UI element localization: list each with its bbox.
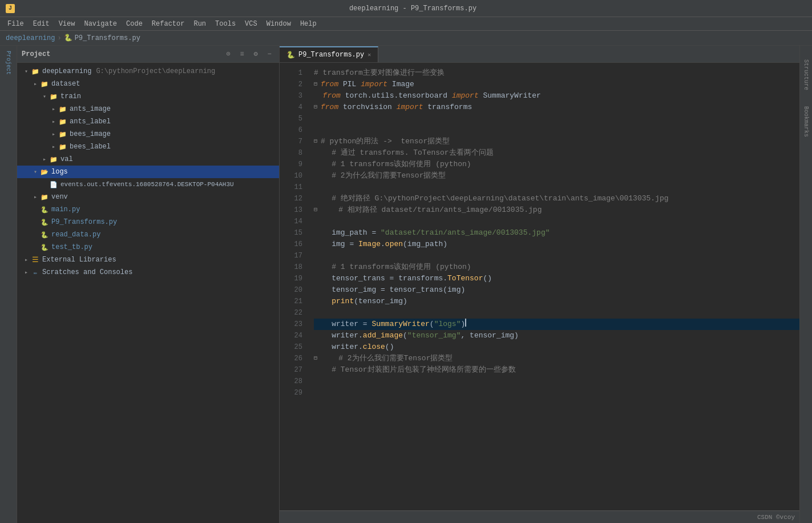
- menu-item-file[interactable]: File: [3, 19, 29, 29]
- code-line-9: # 1 transforms该如何使用 (python): [314, 159, 799, 170]
- tree-arrow-dataset: ▸: [31, 79, 40, 88]
- structure-tab[interactable]: Structure: [802, 57, 810, 92]
- project-panel: Project ⊙ ≡ ⚙ − ▾ 📁 deepLearning G:\pyth…: [17, 46, 280, 523]
- folder-icon-venv: 📁: [40, 192, 49, 202]
- tree-item-p9-py[interactable]: 🐍 P9_Transforms.py: [17, 216, 279, 228]
- tab-icon: 🐍: [286, 51, 295, 59]
- minimize-icon[interactable]: −: [264, 49, 274, 59]
- py-icon-readdata: 🐍: [40, 230, 49, 239]
- tree-item-venv[interactable]: ▸ 📁 venv: [17, 191, 279, 203]
- sidebar-strip: Project: [0, 46, 17, 523]
- menu-item-view[interactable]: View: [54, 19, 80, 29]
- menu-bar: FileEditViewNavigateCodeRefactorRunTools…: [0, 17, 812, 31]
- tree-item-scratches[interactable]: ▸ ✏ Scratches and Consoles: [17, 266, 279, 279]
- folder-icon-dataset: 📁: [40, 79, 49, 88]
- tree-arrow-val: ▸: [40, 155, 49, 164]
- menu-item-run[interactable]: Run: [189, 19, 211, 29]
- tab-close-icon[interactable]: ✕: [367, 51, 371, 58]
- code-line-3: from torch.utils.tensorboard import Summ…: [314, 90, 799, 102]
- code-line-28: [314, 376, 799, 387]
- gear-icon[interactable]: ⚙: [251, 49, 261, 59]
- py-icon-main: 🐍: [40, 205, 49, 214]
- code-line-17: [314, 250, 799, 262]
- editor-area: 🐍 P9_Transforms.py ✕ 1 2 3 4 5 6 7 8 9 1…: [280, 46, 799, 523]
- code-line-14: [314, 216, 799, 227]
- folder-icon-val: 📁: [49, 155, 58, 164]
- code-line-6: [314, 124, 799, 136]
- code-editor[interactable]: # transform主要对图像进行一些变换 ⊟ from PIL import…: [308, 63, 799, 510]
- breadcrumb-project[interactable]: deeplearning: [6, 34, 55, 42]
- menu-item-vcs[interactable]: VCS: [240, 19, 262, 29]
- code-line-24: writer. add_image ( "tensor_img" , tenso…: [314, 330, 799, 341]
- py-icon-p9: 🐍: [40, 218, 49, 227]
- status-right: CSDN ©vcoy: [757, 514, 795, 521]
- code-line-23: writer = SummaryWriter ( "logs" ): [314, 319, 799, 330]
- code-line-19: tensor_trans = transforms. ToTensor (): [314, 273, 799, 284]
- bookmarks-tab[interactable]: Bookmarks: [802, 104, 810, 139]
- editor-tab-p9[interactable]: 🐍 P9_Transforms.py ✕: [280, 46, 378, 62]
- tree-item-val[interactable]: ▸ 📁 val: [17, 153, 279, 166]
- code-line-2: ⊟ from PIL import Image: [314, 79, 799, 90]
- tree-arrow-extlib: ▸: [22, 255, 31, 264]
- code-line-12: # 绝对路径 G:\pythonProject\deepLearning\dat…: [314, 193, 799, 204]
- scratches-label: Scratches and Consoles: [42, 268, 132, 276]
- py-icon-testtb: 🐍: [40, 243, 49, 252]
- code-line-1: # transform主要对图像进行一些变换: [314, 67, 799, 79]
- folder-icon-ants-image: 📁: [58, 104, 67, 114]
- folder-icon-logs: 📂: [40, 167, 49, 176]
- file-icon-events: 📄: [49, 180, 58, 189]
- extlib-icon: ☰: [31, 255, 40, 264]
- tree-item-train[interactable]: ▾ 📁 train: [17, 90, 279, 103]
- code-line-10: # 2为什么我们需要Tensor据类型: [314, 170, 799, 182]
- tree-arrow-deeplearning: ▾: [22, 67, 31, 76]
- line-numbers: 1 2 3 4 5 6 7 8 9 10 11 12 13 14 15 16 1…: [280, 63, 308, 510]
- folder-icon-bees-image: 📁: [58, 130, 67, 139]
- tree-item-dataset[interactable]: ▸ 📁 dataset: [17, 78, 279, 90]
- code-line-21: print (tensor_img): [314, 296, 799, 307]
- tree-item-deeplearning[interactable]: ▾ 📁 deepLearning G:\pythonProject\deepLe…: [17, 65, 279, 78]
- tab-filename: P9_Transforms.py: [298, 51, 364, 59]
- project-header-title: Project: [22, 50, 220, 58]
- tree-item-read-data-py[interactable]: 🐍 read_data.py: [17, 228, 279, 241]
- code-line-22: [314, 307, 799, 319]
- tree-item-events[interactable]: 📄 events.out.tfevents.1680528764.DESKTOP…: [17, 178, 279, 191]
- tree-item-ext-lib[interactable]: ▸ ☰ External Libraries: [17, 254, 279, 266]
- tree-item-logs[interactable]: ▾ 📂 logs: [17, 166, 279, 178]
- editor-content: 1 2 3 4 5 6 7 8 9 10 11 12 13 14 15 16 1…: [280, 63, 799, 510]
- locate-icon[interactable]: ⊙: [223, 49, 233, 59]
- tree-arrow-logs: ▾: [31, 167, 40, 176]
- menu-item-refactor[interactable]: Refactor: [147, 19, 189, 29]
- menu-item-window[interactable]: Window: [262, 19, 296, 29]
- tree-arrow-scratches: ▸: [22, 268, 31, 277]
- code-line-26: ⊟ # 2为什么我们需要Tensor据类型: [314, 353, 799, 364]
- tree-item-ants-label[interactable]: ▸ 📁 ants_label: [17, 115, 279, 128]
- project-header: Project ⊙ ≡ ⚙ −: [17, 46, 279, 63]
- menu-item-code[interactable]: Code: [122, 19, 147, 29]
- breadcrumb-file[interactable]: 🐍P9_Transforms.py: [64, 34, 140, 42]
- code-line-27: # Tensor封装图片后包装了神经网络所需要的一些参数: [314, 364, 799, 376]
- menu-item-navigate[interactable]: Navigate: [79, 19, 122, 29]
- code-line-29: [314, 387, 799, 399]
- tree-arrow-venv: ▸: [31, 192, 40, 202]
- tree-item-bees-label[interactable]: ▸ 📁 bees_label: [17, 140, 279, 153]
- folder-icon-bees-label: 📁: [58, 142, 67, 151]
- code-line-8: # 通过 transforms. ToTensor去看两个问题: [314, 147, 799, 159]
- breadcrumb: deeplearning › 🐍P9_Transforms.py: [0, 31, 812, 46]
- code-line-4: ⊟ from torchvision import transforms: [314, 102, 799, 113]
- code-line-15: img_path = "dataset/train/ants_image/001…: [314, 227, 799, 239]
- menu-item-help[interactable]: Help: [296, 19, 321, 29]
- folder-icon-ants-label: 📁: [58, 117, 67, 126]
- code-line-18: # 1 transforms该如何使用 (python): [314, 262, 799, 273]
- folder-icon-deeplearning: 📁: [31, 67, 40, 76]
- tree-item-bees-image[interactable]: ▸ 📁 bees_image: [17, 128, 279, 140]
- menu-item-edit[interactable]: Edit: [29, 19, 54, 29]
- tree-item-test-tb-py[interactable]: 🐍 test_tb.py: [17, 241, 279, 254]
- code-line-13: ⊟ # 相对路径 dataset/train/ants_image/001303…: [314, 204, 799, 216]
- collapse-icon[interactable]: ≡: [237, 49, 247, 59]
- tab-bar: 🐍 P9_Transforms.py ✕: [280, 46, 799, 63]
- tree-item-ants-image[interactable]: ▸ 📁 ants_image: [17, 103, 279, 115]
- menu-item-tools[interactable]: Tools: [211, 19, 240, 29]
- status-bar: CSDN ©vcoy: [280, 510, 799, 523]
- tree-item-main-py[interactable]: 🐍 main.py: [17, 203, 279, 216]
- project-tab[interactable]: Project: [4, 49, 13, 77]
